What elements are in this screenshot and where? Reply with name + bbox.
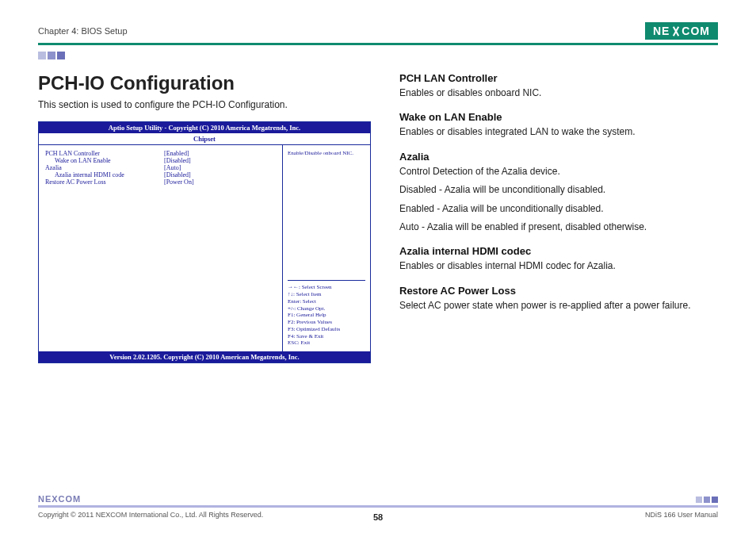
logo-text-com: COM bbox=[682, 25, 710, 37]
bios-key-line: F4: Save & Exit bbox=[288, 333, 365, 340]
section-heading: Azalia internal HDMI codec bbox=[399, 245, 718, 257]
bios-screenshot: Aptio Setup Utility - Copyright (C) 2010… bbox=[38, 121, 371, 363]
intro-text: This section is used to configure the PC… bbox=[38, 99, 371, 110]
section-paragraph: Disabled - Azalia will be unconditionall… bbox=[399, 183, 718, 197]
section-paragraph: Enabled - Azalia will be unconditionally… bbox=[399, 202, 718, 216]
nexcom-logo: NECOM bbox=[645, 22, 718, 40]
bios-key-line: +/-: Change Opt. bbox=[288, 305, 365, 313]
bios-body: PCH LAN Controller[Enabled] Wake on LAN … bbox=[39, 145, 370, 351]
page-title: PCH-IO Configuration bbox=[38, 72, 371, 94]
section-paragraph: Control Detection of the Azalia device. bbox=[399, 165, 718, 178]
bios-key-line: ↑↓: Select Item bbox=[288, 291, 365, 298]
section-heading: PCH LAN Controller bbox=[399, 72, 718, 84]
bios-help-text: Enable/Disable onboard NIC. bbox=[288, 150, 365, 278]
bios-help-divider bbox=[288, 280, 365, 281]
section-heading: Wake on LAN Enable bbox=[399, 111, 718, 123]
footer-decorative-squares bbox=[691, 497, 718, 503]
page-footer: NEXCOM Copyright © 2011 NEXCOM Internati… bbox=[38, 505, 718, 519]
bios-key-line: →←: Select Screen bbox=[288, 284, 365, 291]
right-column: PCH LAN Controller Enables or disables o… bbox=[399, 72, 718, 363]
logo-x-icon bbox=[670, 26, 681, 36]
bios-key-line: F3: Optimized Defaults bbox=[288, 326, 365, 333]
section-paragraph: Enables or disables integrated LAN to wa… bbox=[399, 125, 718, 139]
footer-manual-name: NDiS 166 User Manual bbox=[645, 511, 718, 519]
bios-key-line: F1: General Help bbox=[288, 312, 365, 319]
section-paragraph: Select AC power state when power is re-a… bbox=[399, 299, 718, 313]
bios-row-value: [Enabled] bbox=[164, 150, 227, 157]
section-paragraph: Enables or disables onboard NIC. bbox=[399, 86, 718, 100]
bios-key-help: →←: Select Screen ↑↓: Select Item Enter:… bbox=[288, 284, 365, 347]
bios-row-value: [Disabled] bbox=[164, 171, 227, 178]
section-paragraph: Auto - Azalia will be enabled if present… bbox=[399, 220, 718, 234]
logo-text-ne: NE bbox=[653, 25, 670, 37]
bios-row-value: [Power On] bbox=[164, 178, 227, 186]
section-heading: Restore AC Power Loss bbox=[399, 285, 718, 297]
bios-key-line: Enter: Select bbox=[288, 298, 365, 305]
bios-row-label: PCH LAN Controller bbox=[45, 150, 164, 157]
bios-help-panel: Enable/Disable onboard NIC. →←: Select S… bbox=[283, 145, 370, 351]
section-heading: Azalia bbox=[399, 151, 718, 163]
header-bar: Chapter 4: BIOS Setup NECOM bbox=[38, 22, 718, 45]
bios-row-label: Azalia bbox=[45, 164, 164, 171]
bios-key-line: ESC: Exit bbox=[288, 339, 365, 347]
bios-title-bar: Aptio Setup Utility - Copyright (C) 2010… bbox=[39, 122, 370, 133]
bios-row-label: Wake on LAN Enable bbox=[45, 157, 164, 164]
bios-row-value: [Disabled] bbox=[164, 157, 227, 164]
bios-row-label: Azalia internal HDMI code bbox=[45, 171, 164, 178]
bios-settings-panel: PCH LAN Controller[Enabled] Wake on LAN … bbox=[39, 145, 283, 351]
footer-copyright: Copyright © 2011 NEXCOM International Co… bbox=[38, 511, 263, 519]
footer-logo: NEXCOM bbox=[38, 494, 86, 504]
bios-footer-bar: Version 2.02.1205. Copyright (C) 2010 Am… bbox=[39, 351, 370, 362]
content-columns: PCH-IO Configuration This section is use… bbox=[38, 72, 718, 363]
footer-page-number: 58 bbox=[373, 512, 383, 522]
bios-key-line: F2: Previous Values bbox=[288, 319, 365, 326]
chapter-label: Chapter 4: BIOS Setup bbox=[38, 26, 128, 36]
left-column: PCH-IO Configuration This section is use… bbox=[38, 72, 371, 363]
bios-row-label: Restore AC Power Loss bbox=[45, 178, 164, 186]
decorative-squares bbox=[38, 52, 718, 59]
section-paragraph: Enables or disables internal HDMI codec … bbox=[399, 259, 718, 273]
bios-row-value: [Auto] bbox=[164, 164, 227, 171]
bios-tab-active: Chipset bbox=[39, 133, 370, 145]
